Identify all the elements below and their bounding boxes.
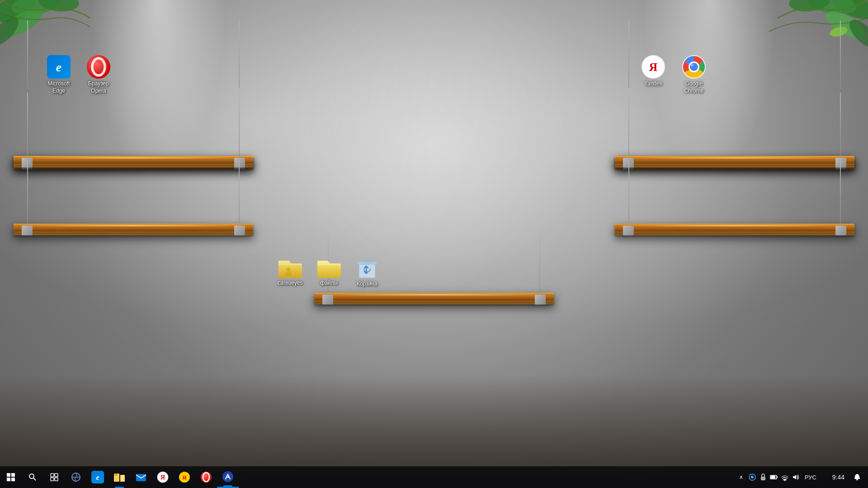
- svg-text:e: e: [56, 60, 61, 74]
- yandex-icon-label: Yandex: [644, 80, 662, 88]
- tray-language[interactable]: РУС: [802, 474, 819, 481]
- svg-rect-43: [136, 474, 146, 481]
- svg-rect-35: [55, 478, 58, 481]
- icon-careueyes[interactable]: careueyes: [272, 256, 308, 287]
- search-button[interactable]: [22, 466, 43, 488]
- shelf-board: [14, 224, 253, 235]
- svg-line-31: [33, 478, 36, 480]
- svg-point-21: [691, 64, 693, 66]
- yandex-icon-image: Я: [642, 55, 665, 79]
- svg-rect-28: [7, 478, 10, 481]
- bracket-left: [22, 225, 33, 235]
- wire-right: [840, 20, 841, 88]
- opera-icon-label: Браузер Opera: [88, 80, 109, 94]
- tray-eyecare[interactable]: [748, 473, 757, 482]
- wire-left-1: [27, 20, 28, 88]
- tray-volume[interactable]: [791, 473, 800, 482]
- chrome-icon-image: [682, 55, 706, 79]
- desktop: e Microsoft Edge Браузер Opera: [0, 0, 868, 488]
- svg-point-20: [690, 63, 698, 71]
- shelf-board: [615, 156, 854, 168]
- chrome-icon-label: Google Chrome: [684, 80, 704, 94]
- edge-icon-image: e: [47, 55, 71, 79]
- svg-point-53: [751, 476, 752, 477]
- careueyes-icon-label: careueyes: [278, 280, 302, 287]
- shelf-board: [314, 293, 554, 305]
- shelf-center-bottom: [314, 293, 554, 305]
- svg-rect-54: [761, 477, 765, 480]
- files-icon-image: [317, 256, 341, 278]
- tray-chevron[interactable]: ∧: [737, 473, 746, 482]
- svg-rect-26: [7, 473, 10, 477]
- svg-point-58: [784, 480, 785, 481]
- bracket-left: [623, 225, 634, 235]
- leaves-decoration-right: [755, 0, 868, 59]
- svg-rect-29: [11, 478, 15, 481]
- bracket-left: [322, 295, 333, 305]
- taskbar-opera[interactable]: [195, 466, 217, 488]
- taskbar-active-app[interactable]: [217, 466, 239, 488]
- svg-rect-33: [55, 474, 58, 477]
- svg-point-22: [286, 267, 291, 272]
- shelf-right-3: [615, 224, 854, 235]
- icon-opera[interactable]: Браузер Opera: [80, 55, 117, 94]
- wire-left: [628, 160, 629, 224]
- svg-point-30: [29, 474, 34, 479]
- wire-right: [840, 93, 841, 156]
- svg-rect-59: [856, 479, 858, 480]
- widgets-button[interactable]: [65, 466, 87, 488]
- shelf-right-2: [615, 156, 854, 168]
- svg-rect-42: [120, 475, 125, 482]
- recycle-bin-icon-image: [355, 255, 379, 279]
- wire-right-1: [239, 20, 240, 88]
- svg-text:Я: Я: [160, 474, 165, 481]
- icon-files[interactable]: файлы: [311, 256, 347, 287]
- wire-left-3: [27, 160, 28, 224]
- shelf-board: [615, 224, 854, 235]
- task-view-button[interactable]: [43, 466, 65, 488]
- start-button[interactable]: [0, 466, 22, 488]
- taskbar-explorer[interactable]: [108, 466, 130, 488]
- shelf-left-2: [14, 156, 253, 168]
- shelf-left-3: [14, 224, 253, 235]
- wire-right-3: [239, 160, 240, 224]
- files-icon-label: файлы: [321, 280, 338, 287]
- icon-recycle-bin[interactable]: Корзина: [349, 255, 385, 288]
- icon-yandex[interactable]: Я Yandex: [635, 55, 671, 88]
- icon-google-chrome[interactable]: Google Chrome: [676, 55, 712, 94]
- svg-rect-32: [51, 474, 54, 477]
- bracket-right: [535, 295, 546, 305]
- notification-button[interactable]: [850, 466, 864, 488]
- taskbar: e Я: [0, 466, 868, 488]
- taskbar-left: e Я: [0, 466, 737, 488]
- svg-rect-23: [359, 263, 375, 278]
- svg-rect-56: [777, 476, 778, 478]
- edge-icon-label: Microsoft Edge: [48, 80, 70, 94]
- bracket-right: [835, 158, 846, 168]
- tray-security[interactable]: [759, 473, 768, 482]
- wire-right: [539, 234, 540, 293]
- tray-battery[interactable]: [769, 473, 778, 482]
- tray-network[interactable]: [780, 473, 789, 482]
- shelf-board: [14, 156, 253, 168]
- svg-rect-57: [771, 476, 775, 479]
- opera-icon-image: [87, 55, 110, 79]
- leaves-decoration-left: [0, 0, 90, 54]
- taskbar-mail[interactable]: [130, 466, 152, 488]
- taskbar-edge[interactable]: e: [87, 466, 108, 488]
- wire-left-2: [27, 93, 28, 156]
- clock-time: 9:44: [832, 474, 844, 481]
- taskbar-yandex-browser[interactable]: Я: [152, 466, 174, 488]
- svg-rect-41: [114, 474, 118, 476]
- wire-left: [628, 20, 629, 88]
- taskbar-clock[interactable]: 9:44: [821, 474, 848, 481]
- icon-microsoft-edge[interactable]: e Microsoft Edge: [41, 55, 77, 94]
- recycle-bin-label: Корзина: [357, 281, 377, 288]
- bracket-right: [234, 158, 245, 168]
- wire-right-2: [239, 93, 240, 156]
- svg-rect-25: [363, 260, 371, 262]
- careueyes-icon-image: [278, 256, 302, 278]
- wire-left: [628, 93, 629, 156]
- svg-text:Я: Я: [649, 61, 658, 74]
- taskbar-yandex-app[interactable]: Я: [174, 466, 195, 488]
